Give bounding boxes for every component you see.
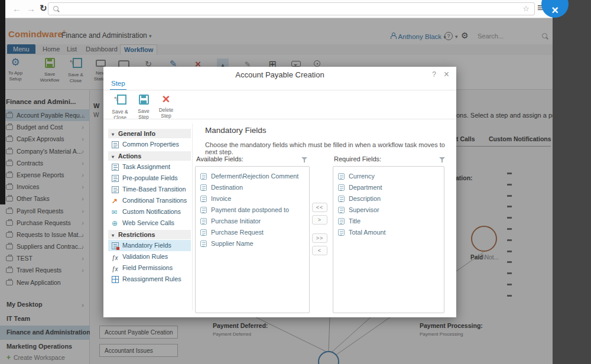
left-dark-strip <box>0 0 5 204</box>
field-list-item[interactable]: Purchase Initiator <box>199 216 306 227</box>
save-step-icon <box>139 95 149 105</box>
field-icon <box>200 196 207 202</box>
required-fields-label: Required Fields: <box>334 155 381 162</box>
available-fields-label: Available Fields: <box>196 155 243 162</box>
mandatory-fields-icon <box>112 242 119 249</box>
tab-step[interactable]: Step <box>111 80 125 87</box>
transfer-button[interactable]: >> <box>312 233 327 243</box>
field-icon <box>200 207 207 213</box>
reload-icon[interactable]: ↻ <box>40 3 47 14</box>
dialog-nav-row[interactable]: ▾ Field Permissions <box>108 262 191 274</box>
field-icon <box>338 184 345 191</box>
divider <box>192 124 193 310</box>
dialog-nav-row[interactable]: ▾ Mandatory Fields <box>108 240 191 251</box>
validation-rules-icon <box>112 254 119 261</box>
close-icon[interactable]: × <box>444 69 449 80</box>
conditional-transitions-icon <box>112 197 119 204</box>
page-description: Choose the mandatory fields which must b… <box>205 141 456 155</box>
dialog-nav-row[interactable]: ▾ Validation Rules <box>108 251 191 262</box>
filter-icon[interactable] <box>439 157 446 164</box>
dialog-nav-row[interactable]: ▾ Restrictions <box>108 230 191 239</box>
field-icon <box>338 218 345 225</box>
common-properties-icon <box>112 141 119 148</box>
screen: ← → ↻ ☆ ≡ × Comindware® Finance and Admi… <box>0 0 591 364</box>
required-fields-list[interactable]: Currency Department Description Supervis… <box>333 166 444 313</box>
time-based-transition-icon <box>112 186 119 193</box>
back-icon[interactable]: ← <box>12 4 21 14</box>
field-list-item[interactable]: Invoice <box>199 193 306 204</box>
dialog-nav-row[interactable]: ▾ Task Assignment <box>108 161 191 173</box>
field-list-item[interactable]: Total Amount <box>337 227 440 238</box>
transfer-button[interactable]: > <box>312 215 327 225</box>
filter-icon[interactable] <box>301 157 308 164</box>
dialog-nav-row[interactable]: ▾ Common Properties <box>108 139 191 150</box>
page-title: Mandatory Fields <box>205 126 267 135</box>
dialog-nav-row[interactable]: ▾ Time-Based Transition <box>108 184 191 195</box>
divider <box>103 90 456 90</box>
available-fields-list[interactable]: Deferment\Rejection Comment Destination … <box>195 166 310 313</box>
dialog-nav-row[interactable]: ▾ Actions <box>108 151 191 161</box>
field-icon <box>200 240 207 247</box>
section-caret-icon: ▾ <box>112 132 114 137</box>
step-settings-dialog: Account Payable Creation ? × Step Save &… <box>103 67 456 317</box>
field-icon <box>200 184 207 191</box>
transfer-button[interactable]: << <box>312 203 327 212</box>
dialog-toolbar-button[interactable]: × DeleteStep <box>154 93 178 119</box>
dialog-toolbar-button[interactable]: Save &Close <box>108 93 132 121</box>
field-list-item[interactable]: Department <box>337 182 440 193</box>
section-caret-icon: ▾ <box>112 233 114 238</box>
field-icon <box>338 173 345 180</box>
field-icon <box>200 173 207 180</box>
field-icon <box>200 229 207 236</box>
field-icon <box>338 196 345 202</box>
transfer-button[interactable]: < <box>312 246 327 255</box>
field-list-item[interactable]: Currency <box>337 171 440 182</box>
web-service-calls-icon <box>112 220 119 227</box>
address-bar[interactable]: ☆ <box>48 2 535 15</box>
dialog-toolbar-button[interactable]: SaveStep <box>132 93 155 120</box>
dialog-title: Account Payable Creation <box>103 70 456 79</box>
field-icon <box>338 207 345 213</box>
bookmark-star-icon[interactable]: ☆ <box>522 4 530 13</box>
save-and-close-icon <box>113 95 126 105</box>
task-assignment-icon <box>112 164 119 171</box>
field-list-item[interactable]: Destination <box>199 182 306 193</box>
field-list-item[interactable]: Description <box>337 193 440 204</box>
custom-notifications-icon <box>112 209 119 216</box>
dialog-nav-row[interactable]: ▾ Web Service Calls <box>108 217 191 229</box>
dialog-nav-row[interactable]: ▾ General Info <box>108 129 191 138</box>
delete-step-icon: × <box>163 92 170 106</box>
field-icon <box>338 229 345 236</box>
dialog-nav-row[interactable]: ▾ Reassignment Rules <box>108 274 191 285</box>
search-icon <box>53 5 60 12</box>
field-list-item[interactable]: Title <box>337 216 440 227</box>
dialog-nav-row[interactable]: ▾ Custom Notifications <box>108 206 191 217</box>
field-list-item[interactable]: Supervisor <box>337 204 440 216</box>
field-list-item[interactable]: Payment date postponed to <box>199 204 306 216</box>
field-list-item[interactable]: Deferment\Rejection Comment <box>199 171 306 182</box>
dialog-help-icon[interactable]: ? <box>432 70 436 79</box>
field-permissions-icon <box>112 265 119 272</box>
field-list-item[interactable]: Supplier Name <box>199 238 306 249</box>
field-list-item[interactable]: Purchase Request <box>199 227 306 238</box>
pre-populate-fields-icon <box>112 175 119 182</box>
desktop-background <box>553 0 591 364</box>
section-caret-icon: ▾ <box>112 154 114 160</box>
dialog-nav-row[interactable]: ▾ Pre-populate Fields <box>108 173 191 184</box>
reassignment-rules-icon <box>112 276 119 283</box>
browser-toolbar: ← → ↻ ☆ ≡ <box>5 0 553 18</box>
dialog-nav-row[interactable]: ▾ Conditional Transitions <box>108 195 191 206</box>
forward-icon[interactable]: → <box>27 4 35 14</box>
divider <box>103 119 456 119</box>
field-icon <box>200 218 207 225</box>
